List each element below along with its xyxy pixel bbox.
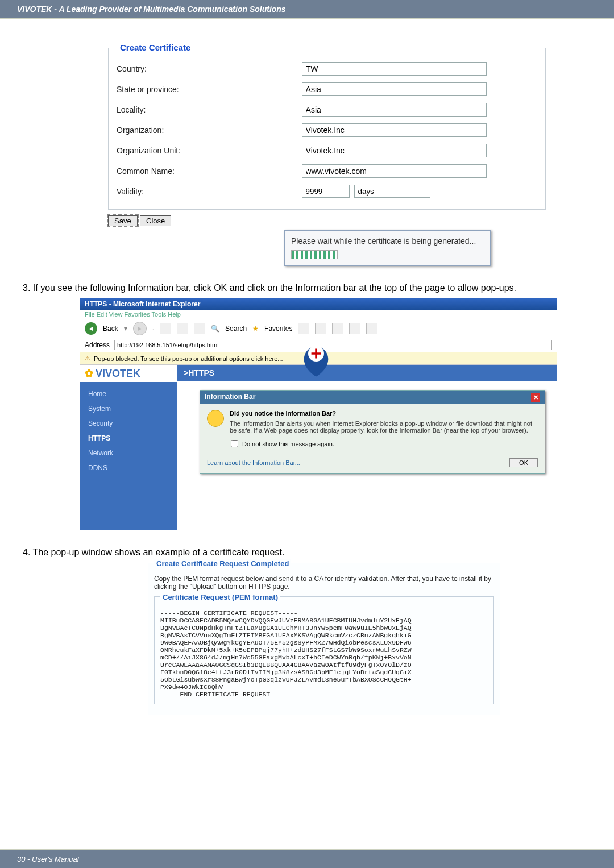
infobar-desc: The Information Bar alerts you when Inte… <box>230 420 538 434</box>
favorites-label[interactable]: Favorites <box>264 325 292 333</box>
state-label: State or province: <box>117 85 302 94</box>
validity-input[interactable] <box>302 185 350 198</box>
search-icon[interactable]: 🔍 <box>211 325 219 333</box>
organization-input[interactable] <box>302 123 487 137</box>
sidebar-item-home[interactable]: Home <box>80 387 177 401</box>
back-label[interactable]: Back <box>103 325 118 333</box>
popup-blocked-text: Pop-up blocked. To see this pop-up or ad… <box>94 355 283 362</box>
step3-text: 3. If you see the following Information … <box>23 282 591 294</box>
close-button[interactable]: Close <box>140 215 171 226</box>
step4-text: 4. The pop-up window shows an example of… <box>23 546 591 559</box>
create-certificate-panel: Create Certificate Country: State or pro… <box>108 48 546 210</box>
organization-label: Organization: <box>117 126 302 135</box>
lightbulb-icon <box>207 410 224 427</box>
page-header: VIVOTEK - A Leading Provider of Multimed… <box>0 0 614 19</box>
infobar-title: Information Bar <box>205 393 255 402</box>
org-unit-input[interactable] <box>302 144 487 157</box>
pem-inner-panel: Certificate Request (PEM format) -----BE… <box>154 596 494 704</box>
validity-label: Validity: <box>117 187 302 196</box>
common-name-label: Common Name: <box>117 167 302 176</box>
https-tab: >HTTPS <box>177 365 557 381</box>
do-not-show-checkbox[interactable] <box>231 440 238 447</box>
refresh-icon[interactable] <box>177 323 188 334</box>
mail-icon[interactable] <box>315 323 326 334</box>
search-label[interactable]: Search <box>225 325 247 333</box>
home-icon[interactable] <box>194 323 205 334</box>
cursor-icon <box>296 338 336 377</box>
save-button[interactable]: Save <box>108 215 138 226</box>
sidebar-item-security[interactable]: Security <box>80 416 177 431</box>
state-input[interactable] <box>302 82 487 96</box>
ie-window: HTTPS - Microsoft Internet Explorer File… <box>80 298 557 530</box>
stop-icon[interactable] <box>160 323 171 334</box>
generating-text: Please wait while the certificate is bei… <box>291 236 476 246</box>
sidebar-item-https[interactable]: HTTPS <box>80 431 177 446</box>
ie-main: >HTTPS Information Bar ✕ Did you notice … <box>177 365 557 530</box>
information-bar-dialog: Information Bar ✕ Did you notice the Inf… <box>200 390 545 474</box>
ok-button[interactable]: OK <box>509 458 538 467</box>
create-certificate-legend: Create Certificate <box>117 43 194 52</box>
sidebar-item-network[interactable]: Network <box>80 446 177 460</box>
ie-title-bar: HTTPS - Microsoft Internet Explorer <box>80 298 557 310</box>
vivotek-logo: ✿ VIVOTEK <box>80 365 177 382</box>
infobar-question: Did you notice the Information Bar? <box>230 410 538 417</box>
progress-bar <box>291 250 338 259</box>
discuss-icon[interactable] <box>366 323 377 334</box>
sidebar-item-system[interactable]: System <box>80 401 177 416</box>
org-unit-label: Organization Unit: <box>117 146 302 155</box>
country-input[interactable] <box>302 62 487 76</box>
ie-sidebar: ✿ VIVOTEK Home System Security HTTPS Net… <box>80 365 177 530</box>
pem-outer-panel: Create Certificate Request Completed Cop… <box>148 563 500 715</box>
close-icon[interactable]: ✕ <box>531 393 540 402</box>
logo-text: VIVOTEK <box>96 368 140 380</box>
learn-link[interactable]: Learn about the Information Bar... <box>207 459 300 466</box>
locality-label: Locality: <box>117 105 302 114</box>
page-footer: 30 - User's Manual <box>0 849 614 868</box>
edit-icon[interactable] <box>349 323 360 334</box>
print-icon[interactable] <box>332 323 343 334</box>
pem-inner-legend: Certificate Request (PEM format) <box>160 593 280 601</box>
pem-outer-legend: Create Certificate Request Completed <box>154 559 291 568</box>
address-label: Address <box>85 341 110 349</box>
favorites-icon[interactable]: ★ <box>252 325 259 333</box>
ie-toolbar: ◄ Back ▾ ► · 🔍 Search ★ Favorites <box>80 319 557 338</box>
pem-note: Copy the PEM format request below and se… <box>154 575 494 591</box>
back-icon[interactable]: ◄ <box>85 322 97 335</box>
warning-icon: ⚠ <box>85 355 90 362</box>
history-icon[interactable] <box>298 323 309 334</box>
ie-menu-bar[interactable]: File Edit View Favorites Tools Help <box>80 310 557 319</box>
logo-y-icon: ✿ <box>85 367 93 380</box>
locality-input[interactable] <box>302 103 487 117</box>
pem-body[interactable]: -----BEGIN CERTIFICATE REQUEST----- MIIB… <box>160 609 488 698</box>
common-name-input[interactable] <box>302 164 487 178</box>
validity-unit-input[interactable] <box>354 185 430 198</box>
sidebar-item-ddns[interactable]: DDNS <box>80 460 177 475</box>
do-not-show-label: Do not show this message again. <box>242 441 334 447</box>
forward-icon[interactable]: ► <box>133 322 147 335</box>
generating-message: Please wait while the certificate is bei… <box>284 230 491 266</box>
cert-buttons: Save Close <box>108 215 591 226</box>
country-label: Country: <box>117 64 302 73</box>
